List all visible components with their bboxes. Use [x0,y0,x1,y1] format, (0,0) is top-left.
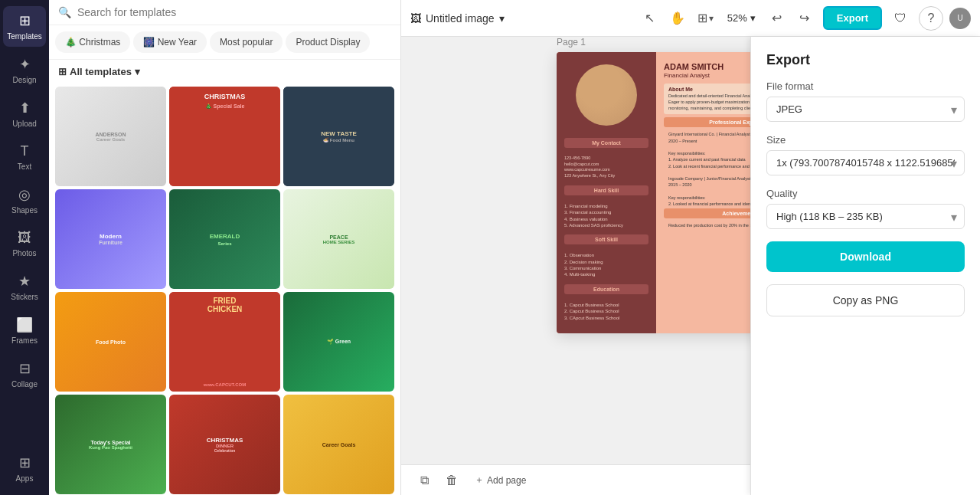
template-item[interactable]: Career Goals [283,395,394,494]
duplicate-page-button[interactable]: ⧉ [413,470,435,491]
template-item[interactable]: Food Photo [55,292,166,392]
title-chevron: ▾ [499,12,505,25]
filter-tab-popular[interactable]: Most popular [210,31,283,53]
chevron-icon: ▾ [135,66,140,77]
quality-select-wrapper: High (118 KB – 235 KB) Medium Low [766,204,965,229]
size-label: Size [766,134,965,146]
delete-page-button[interactable]: 🗑 [441,470,462,491]
copy-png-button[interactable]: Copy as PNG [766,284,965,316]
layout-tool[interactable]: ⊞▾ [693,6,718,31]
hard-skill-title: Hard Skill [564,185,648,195]
design-icon: ✦ [19,56,31,73]
soft-skill-title: Soft Skill [564,234,648,244]
pointer-tool[interactable]: ↖ [638,6,662,31]
doc-title[interactable]: 🖼 Untitled image ▾ [410,12,505,25]
soft-skills: 1. Observation2. Decision making3. Commu… [564,252,648,278]
sidebar-item-shapes[interactable]: ◎ Shapes [3,180,46,221]
sidebar-item-photos[interactable]: 🖼 Photos [3,224,46,264]
collage-icon: ⊟ [19,360,31,377]
search-bar: 🔍 [49,0,400,25]
contact-details: 123-456-7890hello@capcut.comwww.capcutre… [564,156,648,179]
quality-select[interactable]: High (118 KB – 235 KB) Medium Low [766,204,965,229]
templates-icon: ⊞ [19,12,31,29]
template-grid: ANDERSON Career Goals CHRISTMAS 🎄 Specia… [49,84,400,495]
file-format-select-wrapper: JPEG PNG PDF SVG [766,97,965,122]
toolbar-group: ↖ ✋ ⊞▾ 52% ▾ ↩ ↪ [638,6,817,31]
file-format-select[interactable]: JPEG PNG PDF SVG [766,97,965,122]
sidebar: ⊞ Templates ✦ Design ⬆ Upload T Text ◎ S… [0,0,49,495]
quality-label: Quality [766,188,965,199]
sidebar-item-design[interactable]: ✦ Design [3,50,46,90]
template-item[interactable]: CHRISTMAS DINNER Celebration [169,395,280,494]
size-select[interactable]: 1x (793.7007874015748 x 1122.51968503937… [766,150,965,175]
education-details: 1. Capcut Business School2. Capcut Busin… [564,302,648,321]
size-field: Size 1x (793.7007874015748 x 1122.519685… [766,134,965,175]
file-format-field: File format JPEG PNG PDF SVG [766,80,965,122]
photos-icon: 🖼 [18,230,31,246]
export-panel: Export File format JPEG PNG PDF SVG Size… [750,37,980,495]
add-page-button[interactable]: ＋ Add page [469,470,532,490]
text-icon: T [21,143,29,159]
template-item[interactable]: PEACE HOME SERIES [283,189,394,289]
sidebar-item-apps[interactable]: ⊞ Apps [3,448,46,489]
doc-icon: 🖼 [410,12,421,25]
grid-icon: ⊞ [58,66,67,77]
apps-icon: ⊞ [19,454,31,471]
template-item[interactable]: CHRISTMAS 🎄 Special Sale [169,87,280,186]
template-item-fried-chicken[interactable]: FRIEDCHICKEN www.CAPCUT.COM [169,292,280,392]
contact-section-title: My Contact [564,138,648,148]
filter-tab-christmas[interactable]: 🎄 Christmas [55,31,130,53]
resume-left-column: My Contact 123-456-7890hello@capcut.comw… [557,52,656,333]
template-item[interactable]: 🌱 Green [283,292,394,392]
plus-icon: ＋ [475,474,484,487]
template-item[interactable]: Modern Furniture [55,189,166,289]
template-item[interactable]: EMERALD Series [169,189,280,289]
export-title: Export [766,52,965,68]
filter-tab-product[interactable]: Product Display [286,31,370,53]
hand-tool[interactable]: ✋ [665,6,690,31]
help-button[interactable]: ? [919,6,943,31]
template-panel: 🔍 🎄 Christmas 🎆 New Year Most popular Pr… [49,0,401,495]
hard-skills: 1. Financial modeling3. Financial accoun… [564,203,648,229]
download-button[interactable]: Download [766,241,965,272]
sidebar-item-upload[interactable]: ⬆ Upload [3,93,46,134]
education-title: Education [564,284,648,294]
sidebar-item-text[interactable]: T Text [3,137,46,177]
export-button[interactable]: Export [823,6,882,30]
all-templates-header[interactable]: ⊞ All templates ▾ [49,60,400,84]
search-icon: 🔍 [58,6,71,18]
upload-icon: ⬆ [19,100,31,116]
redo-button[interactable]: ↪ [792,6,817,31]
resume-photo [576,64,637,126]
size-select-wrapper: 1x (793.7007874015748 x 1122.51968503937… [766,150,965,175]
frames-icon: ⬜ [16,316,33,333]
stickers-icon: ★ [18,273,31,290]
filter-tabs: 🎄 Christmas 🎆 New Year Most popular Prod… [49,25,400,60]
shield-button[interactable]: 🛡 [888,6,913,31]
avatar[interactable]: U [949,8,971,29]
zoom-control[interactable]: 52% ▾ [721,9,762,27]
main-area: 🖼 Untitled image ▾ ↖ ✋ ⊞▾ 52% ▾ ↩ ↪ Expo… [401,0,980,495]
filter-tab-newyear[interactable]: 🎆 New Year [133,31,207,53]
shapes-icon: ◎ [18,186,31,203]
sidebar-item-stickers[interactable]: ★ Stickers [3,267,46,307]
search-input[interactable] [77,6,391,18]
template-item[interactable]: ANDERSON Career Goals [55,87,166,186]
sidebar-item-frames[interactable]: ⬜ Frames [3,310,46,351]
sidebar-item-templates[interactable]: ⊞ Templates [3,6,46,47]
template-item[interactable]: NEW TASTE 🍜 Food Menu [283,87,394,186]
sidebar-item-collage[interactable]: ⊟ Collage [3,354,46,395]
page-label: Page 1 [557,37,586,48]
quality-field: Quality High (118 KB – 235 KB) Medium Lo… [766,188,965,229]
undo-button[interactable]: ↩ [765,6,789,31]
zoom-chevron: ▾ [750,12,756,24]
template-item[interactable]: Today's Special Kung Pao Spaghetti [55,395,166,494]
top-bar: 🖼 Untitled image ▾ ↖ ✋ ⊞▾ 52% ▾ ↩ ↪ Expo… [401,0,980,37]
file-format-label: File format [766,80,965,92]
